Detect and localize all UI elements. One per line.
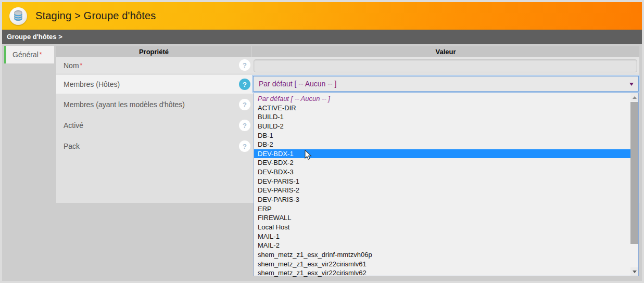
dropdown-option[interactable]: DEV-PARIS-1 xyxy=(254,177,630,186)
help-icon[interactable]: ? xyxy=(239,140,250,152)
dropdown-option[interactable]: shem_metz_z1_esx_vir22cirismlv62 xyxy=(254,268,630,278)
dropdown-option[interactable]: ACTIVE-DIR xyxy=(254,104,630,113)
table-header-row: Propriété Valeur xyxy=(56,46,639,57)
required-marker: * xyxy=(80,62,83,69)
name-input[interactable] xyxy=(254,59,637,72)
dropdown-option[interactable]: shem_metz_z1_esx_vir22cirismlv61 xyxy=(254,260,630,269)
dropdown-option[interactable]: DEV-BDX-3 xyxy=(254,168,630,177)
dropdown-option[interactable]: shem_metz_z1_esx_drinf-mmtzvh06p xyxy=(254,250,630,260)
dropdown-option[interactable]: MAIL-1 xyxy=(254,232,630,241)
help-icon[interactable]: ? xyxy=(239,79,250,90)
scrollbar-thumb[interactable] xyxy=(630,102,638,244)
required-marker: * xyxy=(40,51,42,58)
breadcrumb[interactable]: Groupe d'hôtes > xyxy=(2,30,642,44)
dropdown-option[interactable]: MAIL-2 xyxy=(254,241,630,250)
field-label-membres-hotes: Membres (Hôtes) xyxy=(64,80,120,88)
help-icon[interactable]: ? xyxy=(239,120,250,131)
tab-general-label: Général xyxy=(12,50,39,59)
app-header: Staging > Groupe d'hôtes xyxy=(2,2,642,30)
database-icon xyxy=(9,7,27,25)
dropdown-option[interactable]: Local Host xyxy=(254,223,630,232)
help-icon[interactable]: ? xyxy=(239,59,250,71)
members-hosts-select[interactable]: Par défaut [ -- Aucun -- ] xyxy=(253,76,639,92)
chevron-down-icon xyxy=(629,83,634,86)
page-title: Staging > Groupe d'hôtes xyxy=(35,10,156,22)
dropdown-option[interactable]: BUILD-1 xyxy=(254,112,630,122)
members-hosts-dropdown: Par défaut [ -- Aucun -- ] ACTIVE-DIR BU… xyxy=(254,93,639,276)
column-header-value: Valeur xyxy=(251,46,639,57)
dropdown-option[interactable]: FIREWALL xyxy=(254,213,630,223)
tab-general[interactable]: Général* xyxy=(4,46,54,63)
field-label-pack: Pack xyxy=(64,142,80,150)
dropdown-option[interactable]: DEV-PARIS-2 xyxy=(254,186,630,195)
column-header-property: Propriété xyxy=(56,46,251,57)
dropdown-option[interactable]: DEV-PARIS-3 xyxy=(254,195,630,204)
dropdown-option[interactable]: DB-2 xyxy=(254,140,630,149)
arrow-down-icon[interactable] xyxy=(630,267,638,276)
dropdown-options: Par défaut [ -- Aucun -- ] ACTIVE-DIR BU… xyxy=(254,94,630,278)
field-label-active: Activé xyxy=(64,121,83,130)
dropdown-scrollbar[interactable] xyxy=(630,93,638,276)
arrow-up-icon[interactable] xyxy=(630,93,638,101)
dropdown-option[interactable]: ERP xyxy=(254,204,630,214)
mouse-cursor-icon xyxy=(304,150,312,163)
field-label-membres-modeles: Membres (ayant les modèles d'hôtes) xyxy=(64,100,185,109)
help-icon[interactable]: ? xyxy=(239,99,250,110)
select-value: Par défaut [ -- Aucun -- ] xyxy=(259,80,336,88)
field-label-nom: Nom xyxy=(64,61,79,70)
dropdown-option[interactable]: Par défaut [ -- Aucun -- ] xyxy=(254,94,630,104)
dropdown-option[interactable]: DB-1 xyxy=(254,131,630,140)
dropdown-option[interactable]: BUILD-2 xyxy=(254,122,630,131)
